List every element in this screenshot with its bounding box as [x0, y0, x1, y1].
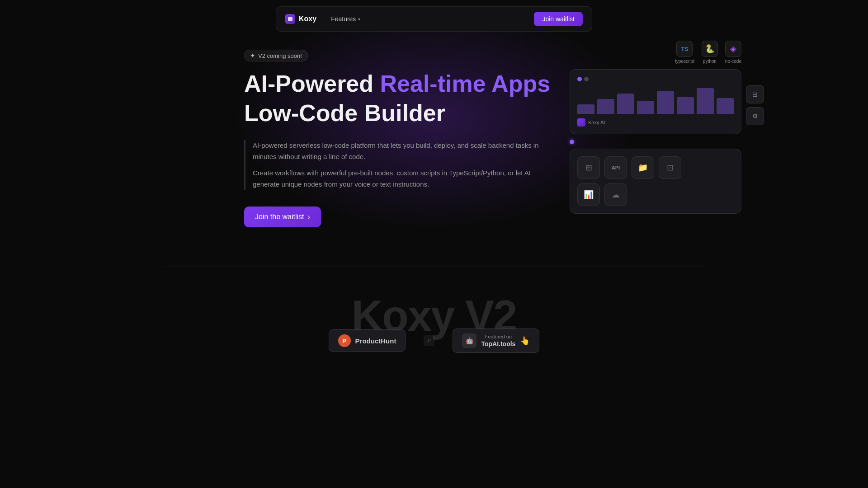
indicator-dot	[570, 140, 574, 144]
hero-title-normal: AI-Powered	[244, 70, 380, 97]
node-row-2: 📊 ☁	[577, 183, 734, 206]
join-waitlist-nav-button[interactable]: Join waitlist	[534, 12, 583, 26]
typescript-label: typescript	[675, 59, 694, 64]
cursor-icon: 👆	[520, 336, 530, 346]
topai-name-text: TopAI.tools	[481, 340, 515, 348]
card-koxy-label: Koxy AI	[577, 118, 734, 127]
topai-text: Featured on TopAI.tools	[481, 333, 515, 348]
v2-badge: ✦ V2 coming soon!	[244, 50, 308, 61]
features-menu[interactable]: Features ▾	[327, 14, 364, 24]
topai-badge[interactable]: 🤖 Featured on TopAI.tools 👆	[453, 328, 539, 353]
producthunt-icon: P	[338, 334, 351, 347]
hero-title-line2: Low-Code Builder	[244, 99, 624, 127]
ui-mockup: TS typescript 🐍 python ◈ no-code	[570, 41, 741, 214]
dot-active	[577, 77, 582, 81]
tech-icons-row: TS typescript 🐍 python ◈ no-code	[570, 41, 741, 64]
chart-area	[577, 87, 734, 114]
topai-featured-text: Featured on	[481, 333, 515, 340]
koxy-logo-small	[577, 118, 585, 127]
hero-description: AI-powered serverless low-code platform …	[244, 140, 624, 190]
producthunt-label: ProductHunt	[355, 337, 396, 345]
nocode-icon-item: ◈ no-code	[725, 41, 741, 64]
python-label: python	[703, 59, 717, 64]
dot-inactive	[584, 77, 589, 81]
python-icon: 🐍	[702, 41, 718, 57]
node-cell-chart[interactable]: 📊	[577, 183, 600, 206]
card-dots	[577, 77, 589, 81]
chart-bar-6	[677, 97, 694, 114]
navbar-logo[interactable]: Koxy	[285, 14, 316, 24]
hero-desc-p2: Create workflows with powerful pre-built…	[253, 168, 542, 190]
logo-text: Koxy	[299, 15, 316, 23]
mockup-lower: ⊟ ⚙ ⊞ API 📁 ⊡ 📊 ☁	[570, 140, 741, 214]
chart-bar-7	[697, 88, 714, 114]
chart-bar-3	[617, 94, 634, 114]
navbar: Koxy Features ▾ Join waitlist	[276, 6, 592, 32]
mini-button-1[interactable]: ⊟	[746, 85, 764, 103]
node-cell-folder[interactable]: 📁	[632, 156, 654, 179]
hero-cta-button[interactable]: Join the waitlist ›	[244, 206, 321, 227]
nocode-label: no-code	[725, 59, 741, 64]
chart-bar-1	[577, 104, 594, 114]
features-label: Features	[331, 15, 356, 23]
koxy-ai-label: Koxy AI	[588, 120, 605, 125]
side-buttons: ⊟ ⚙	[746, 85, 764, 125]
nocode-icon: ◈	[725, 41, 741, 57]
chart-bar-4	[637, 101, 654, 114]
chart-bar-5	[657, 91, 674, 114]
node-cell-api[interactable]: API	[604, 156, 627, 179]
producthunt-badge[interactable]: P ProductHunt	[329, 329, 406, 352]
hero-title-line1: AI-Powered Real-time Apps	[244, 70, 624, 98]
hero-section: ✦ V2 coming soon! AI-Powered Real-time A…	[163, 50, 705, 239]
python-icon-item: 🐍 python	[702, 41, 718, 64]
chart-bar-8	[717, 98, 734, 114]
node-cell-cloud[interactable]: ☁	[604, 183, 627, 206]
chevron-down-icon: ▾	[358, 17, 360, 22]
mini-button-2[interactable]: ⚙	[746, 107, 764, 125]
topai-icon: 🤖	[462, 333, 476, 348]
chart-bar-2	[597, 99, 614, 114]
typescript-icon-item: TS typescript	[675, 41, 694, 64]
node-grid: ⊞ API 📁 ⊡ 📊 ☁	[570, 149, 741, 214]
mockup-card-header	[577, 77, 734, 81]
badge-placeholder: P	[424, 335, 434, 346]
hero-desc-p1: AI-powered serverless low-code platform …	[253, 140, 542, 163]
mockup-main-card: Koxy AI	[570, 69, 741, 134]
arrow-right-icon: ›	[308, 213, 310, 221]
v2-section: Koxy V2 P ProductHunt P 🤖 Featured on To…	[0, 267, 868, 366]
hero-title-accent: Real-time Apps	[380, 70, 551, 97]
placeholder-icon: P	[424, 335, 434, 346]
v2-badge-text: V2 coming soon!	[258, 52, 302, 59]
node-cell-copy[interactable]: ⊡	[659, 156, 681, 179]
sparkle-icon: ✦	[250, 52, 255, 59]
navbar-left: Koxy Features ▾	[285, 14, 364, 24]
node-row-1: ⊞ API 📁 ⊡	[577, 156, 734, 179]
node-cell-table[interactable]: ⊞	[577, 156, 600, 179]
logo-icon	[285, 14, 295, 24]
typescript-icon: TS	[676, 41, 693, 57]
social-badges: P ProductHunt P 🤖 Featured on TopAI.tool…	[0, 328, 868, 353]
hero-cta-label: Join the waitlist	[255, 213, 304, 221]
